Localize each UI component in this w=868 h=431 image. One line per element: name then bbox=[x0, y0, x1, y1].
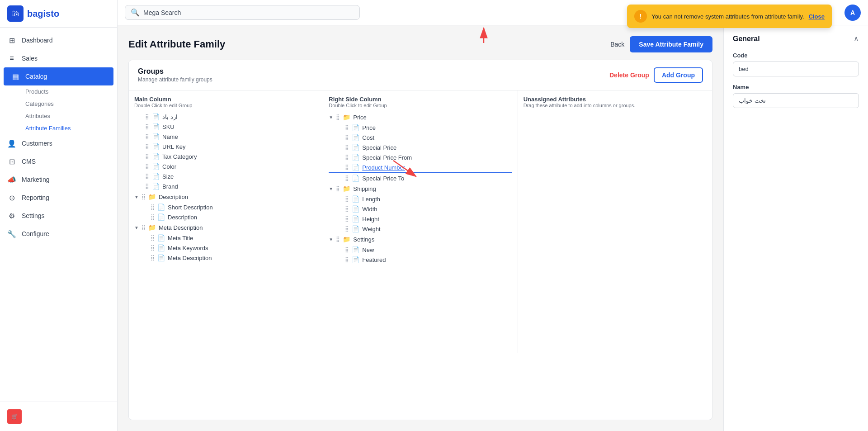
list-item[interactable]: ⣿ 📄 Special Price To bbox=[329, 173, 512, 183]
drag-handle-icon[interactable]: ⣿ bbox=[336, 185, 340, 192]
drag-handle-icon[interactable]: ⣿ bbox=[145, 133, 149, 140]
list-item[interactable]: ⣿ 📄 Tax Category bbox=[134, 152, 317, 161]
list-item[interactable]: ⣿ 📄 Meta Title bbox=[134, 233, 317, 243]
sidebar-item-products[interactable]: Products bbox=[22, 85, 117, 98]
item-label: Width bbox=[362, 206, 377, 213]
item-label: Tax Category bbox=[162, 153, 197, 160]
sidebar-item-sales[interactable]: ≡ Sales bbox=[0, 49, 117, 67]
sidebar-label-dashboard: Dashboard bbox=[22, 37, 53, 44]
sidebar-item-dashboard[interactable]: ⊞ Dashboard bbox=[0, 31, 117, 49]
drag-handle-icon[interactable]: ⣿ bbox=[345, 134, 349, 141]
drag-handle-icon[interactable]: ⣿ bbox=[151, 204, 155, 210]
drag-handle-icon[interactable]: ⣿ bbox=[145, 163, 149, 170]
list-item[interactable]: ⣿ 📄 Color bbox=[134, 161, 317, 171]
drag-handle-icon[interactable]: ⣿ bbox=[151, 245, 155, 251]
drag-handle-icon[interactable]: ⣿ bbox=[345, 175, 349, 181]
drag-handle-icon[interactable]: ⣿ bbox=[345, 206, 349, 212]
drag-handle-icon[interactable]: ⣿ bbox=[345, 124, 349, 131]
list-item[interactable]: ⣿ 📄 Width bbox=[329, 204, 512, 214]
list-item[interactable]: ⣿ 📄 Cost bbox=[329, 133, 512, 142]
list-item[interactable]: ⣿ 📄 Weight bbox=[329, 224, 512, 234]
drag-handle-icon[interactable]: ⣿ bbox=[345, 196, 349, 202]
search-box[interactable]: 🔍 bbox=[125, 5, 360, 20]
sidebar-item-marketing[interactable]: 📣 Marketing bbox=[0, 171, 117, 189]
group-header-settings[interactable]: ▼ ⣿ 📁 Settings bbox=[329, 234, 512, 245]
drag-handle-icon[interactable]: ⣿ bbox=[345, 144, 349, 151]
list-item[interactable]: ⣿ 📄 ارد باد bbox=[134, 112, 317, 122]
drag-handle-icon[interactable]: ⣿ bbox=[336, 114, 340, 120]
name-label: Name bbox=[733, 84, 859, 90]
main-column-header: Main Column Double Click to edit Group bbox=[134, 96, 317, 108]
list-item[interactable]: ⣿ 📄 New bbox=[329, 245, 512, 255]
sidebar-label-marketing: Marketing bbox=[22, 176, 49, 183]
list-item[interactable]: ⣿ 📄 Meta Keywords bbox=[134, 243, 317, 253]
right-panel: General ∧ Code Name bbox=[723, 25, 868, 431]
drag-handle-icon[interactable]: ⣿ bbox=[142, 224, 146, 231]
list-item[interactable]: ⣿ 📄 Product Number bbox=[329, 162, 512, 173]
list-item[interactable]: ⣿ 📄 SKU bbox=[134, 122, 317, 132]
sidebar-label-reporting: Reporting bbox=[22, 194, 49, 201]
sidebar-item-cms[interactable]: ⊡ CMS bbox=[0, 152, 117, 171]
list-item[interactable]: ⣿ 📄 Meta Description bbox=[134, 253, 317, 263]
drag-handle-icon[interactable]: ⣿ bbox=[336, 236, 340, 242]
drag-handle-icon[interactable]: ⣿ bbox=[145, 183, 149, 189]
list-item[interactable]: ⣿ 📄 Special Price From bbox=[329, 152, 512, 162]
drag-handle-icon[interactable]: ⣿ bbox=[345, 226, 349, 232]
list-item[interactable]: ⣿ 📄 Name bbox=[134, 132, 317, 142]
item-label: Special Price bbox=[362, 144, 396, 151]
delete-group-button[interactable]: Delete Group bbox=[609, 71, 649, 79]
list-item[interactable]: ⣿ 📄 Height bbox=[329, 214, 512, 224]
code-input[interactable] bbox=[733, 62, 859, 76]
group-header-price[interactable]: ▼ ⣿ 📁 Price bbox=[329, 112, 512, 123]
save-attribute-family-button[interactable]: Save Attribute Family bbox=[630, 36, 712, 52]
list-item[interactable]: ⣿ 📄 Description bbox=[134, 212, 317, 222]
drag-handle-icon[interactable]: ⣿ bbox=[345, 246, 349, 253]
groups-info: Groups Manage attribute family groups bbox=[138, 67, 212, 83]
group-header-shipping[interactable]: ▼ ⣿ 📁 Shipping bbox=[329, 183, 512, 194]
sidebar-item-catalog[interactable]: ▦ Catalog bbox=[4, 67, 113, 85]
sidebar-item-customers[interactable]: 👤 Customers bbox=[0, 134, 117, 152]
list-item[interactable]: ⣿ 📄 Special Price bbox=[329, 142, 512, 152]
sidebar-item-configure[interactable]: 🔧 Configure bbox=[0, 225, 117, 243]
sidebar-item-reporting[interactable]: ⊙ Reporting bbox=[0, 189, 117, 207]
search-input[interactable] bbox=[143, 9, 354, 16]
drag-handle-icon[interactable]: ⣿ bbox=[345, 154, 349, 161]
list-item[interactable]: ⣿ 📄 Length bbox=[329, 194, 512, 204]
list-item[interactable]: ⣿ 📄 URL Key bbox=[134, 142, 317, 152]
file-icon: 📄 bbox=[152, 153, 160, 160]
back-button[interactable]: Back bbox=[610, 41, 624, 48]
sidebar-item-attribute-families[interactable]: Attribute Families bbox=[22, 122, 117, 134]
drag-handle-icon[interactable]: ⣿ bbox=[151, 235, 155, 241]
drag-handle-icon[interactable]: ⣿ bbox=[151, 214, 155, 220]
sidebar-item-settings[interactable]: ⚙ Settings bbox=[0, 207, 117, 225]
drag-handle-icon[interactable]: ⣿ bbox=[142, 194, 146, 200]
drag-handle-icon[interactable]: ⣿ bbox=[145, 123, 149, 130]
list-item[interactable]: ⣿ 📄 Featured bbox=[329, 255, 512, 265]
toast-close-button[interactable]: Close bbox=[809, 13, 825, 20]
list-item[interactable]: ⣿ 📄 Short Description bbox=[134, 202, 317, 212]
group-header-meta[interactable]: ▼ ⣿ 📁 Meta Description bbox=[134, 222, 317, 233]
sidebar-item-attributes[interactable]: Attributes bbox=[22, 110, 117, 122]
user-avatar[interactable]: A bbox=[844, 5, 861, 21]
sidebar-item-categories[interactable]: Categories bbox=[22, 98, 117, 110]
file-icon: 📄 bbox=[352, 246, 359, 253]
drag-handle-icon[interactable]: ⣿ bbox=[345, 216, 349, 222]
drag-handle-icon[interactable]: ⣿ bbox=[345, 164, 349, 171]
list-item[interactable]: ⣿ 📄 Size bbox=[134, 171, 317, 181]
page-header: Edit Attribute Family Back Save Attribut… bbox=[128, 36, 712, 52]
group-header-description[interactable]: ▼ ⣿ 📁 Description bbox=[134, 191, 317, 202]
drag-handle-icon[interactable]: ⣿ bbox=[145, 114, 149, 120]
drag-handle-icon[interactable]: ⣿ bbox=[345, 256, 349, 263]
drag-handle-icon[interactable]: ⣿ bbox=[145, 153, 149, 160]
collapse-button[interactable]: ∧ bbox=[854, 34, 859, 43]
drag-handle-icon[interactable]: ⣿ bbox=[145, 143, 149, 150]
list-item[interactable]: ⣿ 📄 Brand bbox=[134, 181, 317, 191]
list-item[interactable]: ⣿ 📄 Price bbox=[329, 123, 512, 133]
file-icon: 📄 bbox=[152, 163, 160, 170]
main-content: 🔍 A ! You can not remove system attribut… bbox=[118, 0, 868, 431]
item-label: Meta Description bbox=[168, 255, 212, 261]
add-group-button[interactable]: Add Group bbox=[654, 67, 703, 83]
drag-handle-icon[interactable]: ⣿ bbox=[145, 173, 149, 180]
name-input[interactable] bbox=[733, 93, 859, 108]
drag-handle-icon[interactable]: ⣿ bbox=[151, 255, 155, 261]
